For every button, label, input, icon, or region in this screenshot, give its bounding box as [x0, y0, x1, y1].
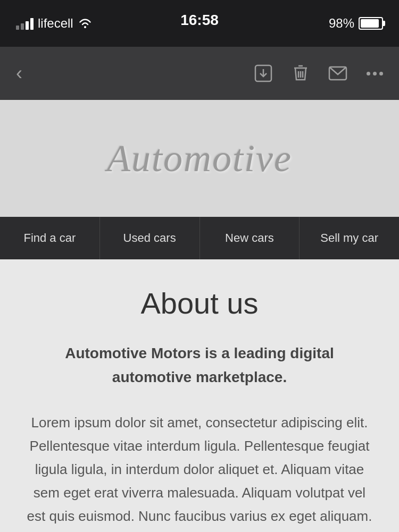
status-left: lifecell [16, 16, 93, 31]
mail-icon[interactable] [328, 66, 347, 81]
about-body: Lorem ipsum dolor sit amet, consectetur … [27, 411, 372, 528]
nav-sell-my-car[interactable]: Sell my car [300, 217, 399, 259]
toolbar-icons [254, 64, 383, 83]
battery-fill [361, 19, 379, 28]
about-tagline: Automotive Motors is a leading digital a… [27, 342, 372, 390]
carrier-label: lifecell [38, 16, 73, 31]
hero-section: Automotive [0, 100, 399, 217]
wifi-icon [78, 18, 93, 29]
time-display: 16:58 [180, 12, 219, 29]
signal-icon [16, 17, 34, 30]
about-title: About us [27, 286, 372, 320]
status-bar: lifecell 16:58 98% [0, 0, 399, 47]
svg-point-0 [84, 26, 86, 28]
nav-find-a-car[interactable]: Find a car [0, 217, 100, 259]
nav-used-cars[interactable]: Used cars [100, 217, 200, 259]
more-button[interactable] [367, 72, 383, 75]
nav-new-cars[interactable]: New cars [200, 217, 300, 259]
main-content: About us Automotive Motors is a leading … [0, 259, 399, 532]
battery-icon [359, 17, 383, 30]
download-icon[interactable] [254, 64, 273, 83]
battery-percentage: 98% [329, 16, 354, 31]
status-right: 98% [329, 16, 383, 31]
delete-icon[interactable] [292, 64, 309, 83]
main-nav: Find a car Used cars New cars Sell my ca… [0, 217, 399, 259]
back-button[interactable]: ‹ [16, 62, 43, 85]
site-logo: Automotive [107, 137, 292, 181]
browser-toolbar: ‹ [0, 47, 399, 100]
